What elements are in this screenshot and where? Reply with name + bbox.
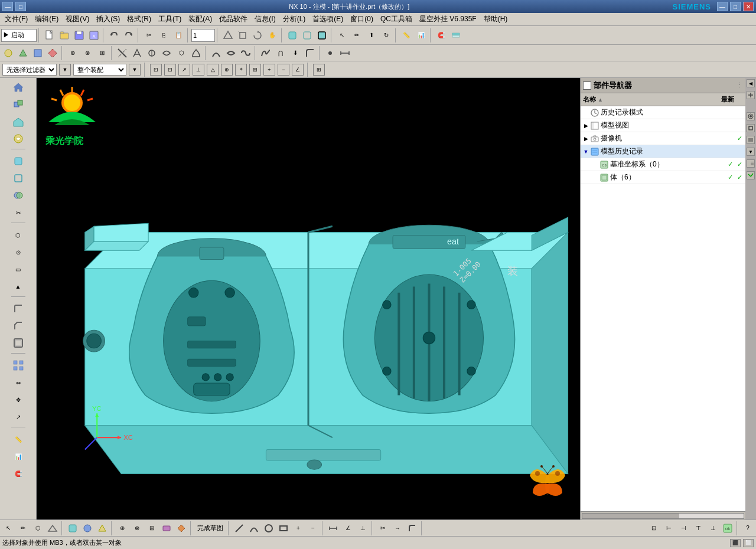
tb2-7[interactable]: ⊞ bbox=[95, 46, 109, 60]
bt-constraint[interactable]: ⊥ bbox=[356, 521, 370, 535]
lp-snap2[interactable]: 🧲 bbox=[10, 465, 27, 482]
tb-shading-2[interactable] bbox=[300, 28, 314, 43]
bt-rect[interactable] bbox=[276, 521, 291, 535]
edge-btn-2[interactable] bbox=[747, 91, 755, 99]
tb-zoom-level[interactable]: 1 bbox=[191, 29, 215, 42]
win-maximize[interactable]: □ bbox=[730, 2, 741, 11]
tb2-curve1[interactable] bbox=[209, 46, 223, 60]
bt-feature[interactable]: ⬡ bbox=[31, 521, 45, 535]
nav-grip[interactable]: ⋮ bbox=[737, 81, 743, 89]
tb2-measure2[interactable] bbox=[338, 46, 352, 60]
lp-pattern[interactable] bbox=[10, 357, 27, 374]
menu-edit[interactable]: 编辑(E) bbox=[31, 13, 62, 25]
snap-angle[interactable]: ∠ bbox=[292, 64, 304, 76]
tb2-point[interactable] bbox=[323, 46, 337, 60]
tree-expand-modelviews[interactable]: ▶ bbox=[582, 122, 590, 130]
edge-btn-4[interactable] bbox=[747, 124, 755, 132]
inner-win-min[interactable]: — bbox=[2, 2, 13, 11]
tb-saveas[interactable]: A bbox=[87, 28, 101, 43]
bt-right-6[interactable]: ok bbox=[721, 521, 735, 535]
tb2-intersect[interactable]: ⋂ bbox=[273, 46, 288, 60]
tb-save[interactable] bbox=[72, 28, 86, 43]
bt-7[interactable] bbox=[95, 521, 109, 535]
inner-win-max[interactable]: □ bbox=[15, 2, 26, 11]
tb2-spline[interactable] bbox=[259, 46, 273, 60]
lp-chamfer[interactable] bbox=[10, 318, 27, 334]
tree-item-modelviews[interactable]: ▶ 模型视图 bbox=[581, 119, 745, 132]
bt-sketch[interactable]: ✏ bbox=[16, 521, 30, 535]
nav-tree[interactable]: 历史记录模式 ▶ 模型视图 ▶ 摄像 bbox=[581, 106, 745, 511]
bt-extend[interactable]: → bbox=[390, 521, 405, 535]
bt-9[interactable]: ⊗ bbox=[130, 521, 144, 535]
bt-minus[interactable]: − bbox=[306, 521, 320, 535]
tb2-8[interactable] bbox=[115, 46, 129, 60]
viewport[interactable]: 1-005 Z=0.00 装 XC Y bbox=[37, 78, 580, 519]
lp-pocket[interactable]: ⬡ bbox=[10, 227, 27, 243]
tree-expand-datum[interactable] bbox=[591, 161, 599, 169]
menu-insert[interactable]: 插入(S) bbox=[93, 13, 123, 25]
tb2-12[interactable]: ⬡ bbox=[174, 46, 188, 60]
assembly-filter[interactable]: 整个装配 bbox=[73, 64, 126, 76]
tb-sketch[interactable]: ✏ bbox=[350, 28, 364, 43]
nav-scrollbar[interactable] bbox=[581, 511, 745, 519]
nav-checkbox[interactable] bbox=[583, 81, 591, 90]
menu-window[interactable]: 窗口(0) bbox=[347, 13, 377, 25]
lp-mirror[interactable]: ⇔ bbox=[10, 374, 27, 391]
tb-redo[interactable] bbox=[122, 28, 136, 43]
tb-open[interactable] bbox=[57, 28, 71, 43]
start-dropdown[interactable]: ▶ 启动 bbox=[1, 29, 37, 42]
lp-part[interactable] bbox=[10, 113, 27, 130]
lp-boss[interactable]: ▲ bbox=[10, 278, 27, 295]
snap-10[interactable]: − bbox=[278, 64, 289, 76]
win-close[interactable]: ✕ bbox=[743, 2, 754, 11]
lp-measure2[interactable]: 📏 bbox=[10, 431, 27, 447]
bt-help[interactable]: ? bbox=[741, 521, 755, 535]
tb2-3[interactable] bbox=[31, 46, 45, 60]
lp-feature[interactable] bbox=[10, 130, 27, 147]
bt-right-2[interactable]: ⊢ bbox=[662, 521, 676, 535]
tb2-11[interactable] bbox=[159, 46, 174, 60]
bt-trim[interactable]: ✂ bbox=[376, 521, 390, 535]
tb-revolve[interactable]: ↻ bbox=[379, 28, 393, 43]
tb2-10[interactable] bbox=[145, 46, 159, 60]
snap-1[interactable]: ⊡ bbox=[150, 64, 162, 76]
lp-home[interactable] bbox=[10, 79, 27, 96]
bt-3d[interactable] bbox=[45, 521, 60, 535]
lp-hole[interactable]: ⊙ bbox=[10, 244, 27, 260]
tb-measure[interactable]: 📏 bbox=[399, 28, 413, 43]
tree-item-history[interactable]: 历史记录模式 bbox=[581, 106, 745, 119]
lp-edge-blend[interactable] bbox=[10, 300, 27, 317]
menu-help[interactable]: 帮助(H) bbox=[480, 13, 511, 25]
selection-filter[interactable]: 无选择过滤器 bbox=[2, 64, 57, 76]
tree-item-body[interactable]: 体（6） ✓ ✓ bbox=[581, 171, 745, 184]
tree-expand-camera[interactable]: ▶ bbox=[582, 135, 590, 143]
menu-quality[interactable]: 优品软件 bbox=[216, 13, 251, 25]
menu-analysis[interactable]: 分析(L) bbox=[279, 13, 309, 25]
menu-file[interactable]: 文件(F) bbox=[1, 13, 31, 25]
bt-line[interactable] bbox=[232, 521, 246, 535]
snap-9[interactable]: + bbox=[263, 64, 275, 76]
bt-right-4[interactable]: ⊤ bbox=[691, 521, 705, 535]
tb-extrude[interactable]: ⬆ bbox=[364, 28, 379, 43]
assembly-dropdown-arrow[interactable]: ▼ bbox=[129, 64, 141, 76]
lp-transform[interactable]: ↗ bbox=[10, 409, 27, 425]
bt-fillet2[interactable] bbox=[405, 521, 419, 535]
tb-shading-1[interactable] bbox=[285, 28, 299, 43]
tree-item-camera[interactable]: ▶ 摄像机 ✓ bbox=[581, 132, 745, 145]
menu-prefs[interactable]: 首选项(E) bbox=[309, 13, 347, 25]
tb2-fillet[interactable] bbox=[303, 46, 317, 60]
lp-slot[interactable]: ▭ bbox=[10, 261, 27, 277]
tb-edge[interactable] bbox=[315, 28, 329, 43]
snap-4[interactable]: ⊥ bbox=[193, 64, 204, 76]
tb-pan[interactable]: ✋ bbox=[265, 28, 279, 43]
lp-analysis[interactable]: 📊 bbox=[10, 448, 27, 465]
bt-angle[interactable]: ∠ bbox=[341, 521, 355, 535]
tb2-curve3[interactable] bbox=[239, 46, 253, 60]
tb-layer[interactable] bbox=[449, 28, 463, 43]
tree-expand-modelhistory[interactable]: ▼ bbox=[582, 148, 590, 156]
filter-dropdown-arrow[interactable]: ▼ bbox=[59, 64, 71, 76]
lp-move[interactable]: ✥ bbox=[10, 391, 27, 408]
snap-7[interactable]: ⌖ bbox=[235, 64, 247, 76]
bt-8[interactable]: ⊕ bbox=[115, 521, 129, 535]
tb2-5[interactable]: ⊕ bbox=[66, 46, 80, 60]
